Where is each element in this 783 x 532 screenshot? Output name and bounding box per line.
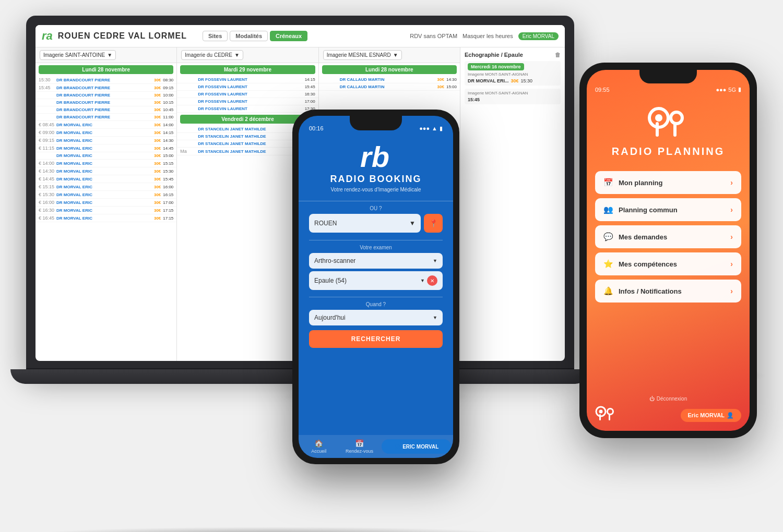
body-part-chevron: ▼ bbox=[420, 278, 425, 283]
svg-text:rb: rb bbox=[360, 142, 389, 171]
svg-point-7 bbox=[599, 410, 603, 414]
rp-time-1: DR MORVAL ERI... bbox=[468, 78, 509, 83]
menu-label-3: Mes demandes bbox=[619, 233, 667, 241]
masquer-heures[interactable]: Masquer les heures bbox=[462, 33, 513, 39]
phone-notch-left bbox=[350, 116, 402, 130]
table-row: € 08:45 DR MORVAL ERIC 30€ 14:00 bbox=[35, 121, 176, 129]
user-nav-button[interactable]: 👤 ERIC MORVAL bbox=[382, 439, 451, 454]
status-time-right: 09:55 bbox=[595, 87, 610, 93]
rp-logo-svg bbox=[647, 106, 689, 140]
table-row: DR CALLAUD MARTIN 30€ 14:30 bbox=[319, 76, 460, 83]
menu-left-2: 👥 Planning commun bbox=[603, 205, 678, 214]
bottom-nav-left: 🏠 Accueil 📅 Rendez-vous 👤 ERIC MORVAL bbox=[299, 435, 453, 458]
col-header-1: Imagerie SAINT-ANTOINE ▼ bbox=[35, 47, 176, 63]
menu-label-5: Infos / Notifications bbox=[619, 287, 682, 295]
tab-modalites[interactable]: Modalités bbox=[230, 31, 268, 41]
phone-frame-left: 00:16 ●●● ▲ ▮ rb RADIO BOOKING Votre ren… bbox=[292, 110, 459, 464]
dropdown-saint-antoine[interactable]: Imagerie SAINT-ANTOINE ▼ bbox=[40, 50, 116, 60]
date-chevron: ▼ bbox=[433, 315, 437, 320]
clear-body-part-button[interactable]: ✕ bbox=[427, 275, 437, 286]
tab-sites[interactable]: Sites bbox=[203, 31, 228, 41]
phone-screen-left: 00:16 ●●● ▲ ▮ rb RADIO BOOKING Votre ren… bbox=[299, 116, 453, 458]
table-row: DR MORVAL ERIC 30€ 15:00 bbox=[35, 152, 176, 160]
menu-item-mon-planning[interactable]: 📅 Mon planning › bbox=[595, 171, 741, 194]
arrow-icon-5: › bbox=[730, 287, 733, 295]
battery-icon-right: ▮ bbox=[738, 86, 741, 93]
nav-tabs: Sites Modalités Créneaux bbox=[203, 31, 307, 41]
search-button[interactable]: RECHERCHER bbox=[309, 330, 443, 348]
table-row: € 09:15 DR MORVAL ERIC 30€ 14:30 bbox=[35, 137, 176, 144]
logout-link[interactable]: ⏻ Déconnexion bbox=[649, 396, 687, 402]
rp-menu: 📅 Mon planning › 👥 Planning commun › bbox=[587, 166, 750, 391]
tab-creneaux[interactable]: Créneaux bbox=[270, 31, 307, 41]
user-badge[interactable]: Eric MORVAL bbox=[518, 32, 559, 40]
rp-bottom-bar: Eric MORVAL 👤 bbox=[595, 406, 741, 425]
rp-bottom-logo bbox=[595, 406, 616, 425]
svg-point-8 bbox=[608, 409, 613, 415]
table-row: € 14:45 DR MORVAL ERIC 30€ 15:45 bbox=[35, 175, 176, 183]
location-input[interactable]: ROUEN ▼ bbox=[309, 214, 421, 233]
dropdown-mesnil[interactable]: Imagerie MESNIL ESNARD ▼ bbox=[323, 50, 402, 60]
svg-rect-10 bbox=[609, 414, 610, 420]
svg-rect-4 bbox=[656, 122, 659, 137]
label-quand: Quand ? bbox=[309, 301, 443, 307]
table-row: DR FOSSEVIN LAURENT 14:15 bbox=[177, 76, 318, 83]
rdv-sans-optam: RDV sans OPTAM bbox=[410, 33, 457, 39]
examen-chevron: ▼ bbox=[433, 258, 437, 263]
svg-rect-5 bbox=[673, 122, 677, 137]
nav-accueil[interactable]: 🏠 Accueil bbox=[299, 439, 339, 454]
site-title: ROUEN CEDRE VAL LORMEL bbox=[58, 31, 187, 41]
examen-select[interactable]: Arthro-scanner ▼ bbox=[309, 253, 443, 269]
rb-logo-svg: rb bbox=[358, 142, 394, 171]
dropdown-cedre[interactable]: Imagerie du CEDRE ▼ bbox=[181, 50, 243, 60]
menu-item-mes-demandes[interactable]: 💬 Mes demandes › bbox=[595, 225, 741, 248]
label-ou: OÙ ? bbox=[309, 205, 443, 211]
col-header-2: Imagerie du CEDRE ▼ bbox=[177, 47, 318, 63]
right-panel-item: Imagerie MONT-SAINT-AIGNAN 15:45 bbox=[465, 89, 561, 104]
date-badge-1: Lundi 28 novembre bbox=[39, 65, 173, 74]
rp-end-time-1: 15:30 bbox=[521, 78, 533, 83]
menu-left-1: 📅 Mon planning bbox=[603, 178, 662, 187]
body-part-select[interactable]: Epaule (54) ▼ ✕ bbox=[309, 271, 443, 290]
divider-quand bbox=[309, 297, 443, 297]
dropdown-label-3: Imagerie MESNIL ESNARD bbox=[327, 52, 391, 58]
rp-date-1: Mercredi 16 novembre bbox=[468, 63, 524, 70]
delete-icon[interactable]: 🗑 bbox=[555, 52, 561, 58]
col-header-3: Imagerie MESNIL ESNARD ▼ bbox=[319, 47, 460, 63]
date-select[interactable]: Aujourd'hui ▼ bbox=[309, 310, 443, 325]
table-row: € 16:45 DR MORVAL ERIC 30€ 17:15 bbox=[35, 214, 176, 222]
table-row: 15:45 DR BRANDCOURT PIERRE 30€ 09:15 bbox=[35, 84, 176, 92]
user-name-left: ERIC MORVAL bbox=[402, 444, 438, 450]
signal-icon-left: ●●● bbox=[419, 125, 430, 131]
menu-item-planning-commun[interactable]: 👥 Planning commun › bbox=[595, 198, 741, 221]
status-time-left: 00:16 bbox=[309, 125, 324, 131]
table-row: € 09:00 DR MORVAL ERIC 30€ 14:15 bbox=[35, 129, 176, 137]
network-icon-right: 5G bbox=[728, 87, 736, 93]
phone-screen-right: 09:55 ●●● 5G ▮ bbox=[587, 70, 750, 431]
chat-menu-icon: 💬 bbox=[603, 232, 613, 241]
dropdown-arrow-1: ▼ bbox=[107, 52, 112, 58]
location-pin-icon[interactable]: 📍 bbox=[424, 214, 443, 233]
logout-label: Déconnexion bbox=[657, 396, 687, 402]
table-row: DR CALLAUD MARTIN 30€ 15:00 bbox=[319, 83, 460, 91]
location-row: ROUEN ▼ 📍 bbox=[309, 214, 443, 233]
date-badge-2: Mardi 29 novembre bbox=[180, 65, 315, 74]
table-row: DR BRANDCOURT PIERRE 30€ 11:00 bbox=[35, 114, 176, 121]
rb-form: OÙ ? ROUEN ▼ 📍 Votre examen Arthro-s bbox=[299, 205, 453, 435]
phone-frame-right: 09:55 ●●● 5G ▮ bbox=[579, 63, 757, 438]
table-row: DR BRANDCOURT PIERRE 30€ 10:00 bbox=[35, 92, 176, 99]
table-row: DR BRANDCOURT PIERRE 30€ 10:15 bbox=[35, 99, 176, 106]
menu-item-mes-competences[interactable]: ⭐ Mes compétences › bbox=[595, 252, 741, 275]
right-panel: Echographie / Epaule 🗑 Mercredi 16 novem… bbox=[460, 47, 565, 361]
rp-bottom: ⏻ Déconnexion bbox=[587, 391, 750, 431]
scene: ra ROUEN CEDRE VAL LORMEL Sites Modalité… bbox=[0, 0, 783, 532]
menu-item-infos[interactable]: 🔔 Infos / Notifications › bbox=[595, 280, 741, 303]
phone-right: 09:55 ●●● 5G ▮ bbox=[579, 63, 757, 438]
bottom-user-button[interactable]: Eric MORVAL 👤 bbox=[681, 409, 742, 422]
home-icon: 🏠 bbox=[314, 439, 323, 448]
nav-rdv[interactable]: 📅 Rendez-vous bbox=[339, 439, 380, 454]
rp-app-title: RADIO PLANNING bbox=[612, 146, 725, 158]
star-menu-icon: ⭐ bbox=[603, 259, 613, 269]
nav-rdv-label: Rendez-vous bbox=[346, 449, 373, 454]
table-row: € 14:30 DR MORVAL ERIC 30€ 15:30 bbox=[35, 167, 176, 175]
